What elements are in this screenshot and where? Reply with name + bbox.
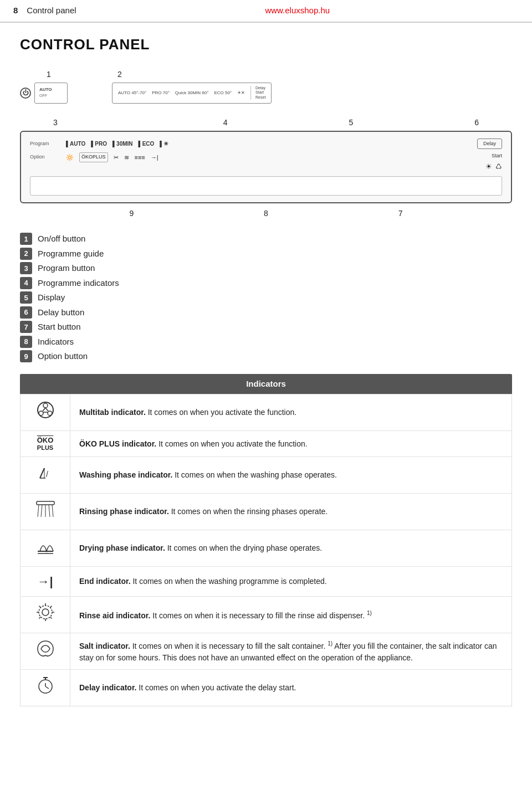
washing-icon: / xyxy=(35,463,55,483)
item-badge-8: 8 xyxy=(20,336,32,348)
end-icon: →| xyxy=(37,575,53,588)
svg-line-27 xyxy=(50,606,52,608)
svg-point-3 xyxy=(48,411,52,416)
table-row: Salt indicator. It comes on when it is n… xyxy=(21,633,512,670)
svg-line-26 xyxy=(50,617,52,619)
diagram-label-2: 2 xyxy=(112,69,272,80)
top-label-5: 5 xyxy=(349,117,353,129)
small-panel-right: AUTO 45°-70° PRO 70° Quick 30MIN 60° ECO… xyxy=(112,83,272,104)
item-label-6: Delay button xyxy=(38,306,84,319)
drying-icon-cell xyxy=(21,530,70,567)
multitab-text: Multitab indicator. It comes on when you… xyxy=(70,394,512,431)
inner-indicator-box xyxy=(30,176,502,196)
item-badge-2: 2 xyxy=(20,248,32,260)
table-row: Rinsing phase indicator. It comes on whe… xyxy=(21,494,512,530)
item-badge-9: 9 xyxy=(20,350,32,362)
washing-text: Washing phase indicator. It comes on whe… xyxy=(70,457,512,494)
item-badge-1: 1 xyxy=(20,233,32,245)
svg-line-5 xyxy=(45,408,48,411)
delay-icon-cell xyxy=(21,670,70,706)
page-number: 8 xyxy=(13,4,18,17)
salt-icon xyxy=(35,639,55,659)
website-url: www.eluxshop.hu xyxy=(76,4,519,17)
item-label-3: Program button xyxy=(38,262,95,275)
delay-text: Delay indicator. It comes on when you ac… xyxy=(70,670,512,706)
top-label-6: 6 xyxy=(474,117,479,129)
rinseaid-icon-cell xyxy=(21,597,70,633)
section-title: CONTROL PANEL xyxy=(20,34,512,55)
rinsing-icon-cell xyxy=(21,494,70,530)
item-badge-4: 4 xyxy=(20,277,32,289)
multitab-icon-cell xyxy=(21,394,70,431)
salt-text: Salt indicator. It comes on when it is n… xyxy=(70,633,512,670)
sun-icon: ☀ xyxy=(485,161,492,172)
item-label-8: Indicators xyxy=(38,336,74,348)
svg-line-4 xyxy=(43,408,45,411)
table-row: ÖKO PLUS ÖKO PLUS indicator. It comes on… xyxy=(21,431,512,457)
oko-text: ÖKO PLUS indicator. It comes on when you… xyxy=(70,431,512,457)
list-item: 9 Option button xyxy=(20,350,512,363)
power-icon: ⏻ xyxy=(20,88,31,99)
list-item: 5 Display xyxy=(20,291,512,304)
item-label-9: Option button xyxy=(38,350,88,363)
page-header: 8 Control panel www.eluxshop.hu xyxy=(0,0,532,23)
top-label-3: 3 xyxy=(53,117,58,129)
small-panel-left: AUTO OFF xyxy=(34,83,68,104)
item-label-7: Start button xyxy=(38,321,81,334)
main-content: CONTROL PANEL 1 ⏻ AUTO OFF 2 xyxy=(0,23,532,718)
rinseaid-icon xyxy=(35,602,55,622)
bottom-label-9: 9 xyxy=(129,208,134,219)
large-panel-container: 3 4 5 6 Program ▌AUTO ▌PRO ▌30MIN ▌ECO ▌… xyxy=(20,117,512,222)
diagram-area: 1 ⏻ AUTO OFF 2 AUTO 45°-70° PRO 70° xyxy=(20,69,512,222)
svg-line-28 xyxy=(39,617,40,619)
bottom-label-7: 7 xyxy=(398,208,403,219)
svg-line-31 xyxy=(45,686,49,689)
table-row: Rinse aid indicator. It comes on when it… xyxy=(21,597,512,633)
option-label: Option xyxy=(30,152,60,161)
table-row: Drying phase indicator. It comes on when… xyxy=(21,530,512,567)
oko-icon-cell: ÖKO PLUS xyxy=(21,431,70,457)
top-label-4: 4 xyxy=(223,117,228,129)
svg-text:/: / xyxy=(46,470,48,479)
item-badge-7: 7 xyxy=(20,321,32,333)
program-label: Program xyxy=(30,140,60,148)
svg-line-13 xyxy=(41,505,42,517)
list-item: 2 Programme guide xyxy=(20,248,512,260)
eco-icon: 🔆 xyxy=(66,153,74,162)
item-label-2: Programme guide xyxy=(38,248,104,260)
svg-point-20 xyxy=(42,609,49,616)
svg-line-16 xyxy=(52,505,53,517)
svg-line-25 xyxy=(39,606,40,608)
recycle-icon: ♺ xyxy=(495,161,502,172)
list-item: 6 Delay button xyxy=(20,306,512,319)
item-label-5: Display xyxy=(38,291,65,304)
item-badge-5: 5 xyxy=(20,291,32,304)
list-item: 3 Program button xyxy=(20,262,512,275)
diagram-label-1: 1 xyxy=(20,69,68,80)
item-badge-6: 6 xyxy=(20,306,32,319)
delay-icon xyxy=(35,675,55,695)
indicators-section: Indicators Multitab indicator. xyxy=(20,374,512,707)
large-panel: Program ▌AUTO ▌PRO ▌30MIN ▌ECO ▌☀ Delay … xyxy=(20,131,512,204)
end-text: End indicator. It comes on when the wash… xyxy=(70,567,512,597)
svg-line-7 xyxy=(40,468,44,478)
start-label: Start xyxy=(485,152,502,160)
svg-point-19 xyxy=(39,606,52,619)
svg-line-15 xyxy=(49,505,50,517)
rinseaid-text: Rinse aid indicator. It comes on when it… xyxy=(70,597,512,633)
svg-rect-11 xyxy=(37,501,54,505)
item-list: 1 On/off button 2 Programme guide 3 Prog… xyxy=(20,233,512,363)
table-row: Multitab indicator. It comes on when you… xyxy=(21,394,512,431)
rinsing-icon xyxy=(34,499,57,519)
item-badge-3: 3 xyxy=(20,262,32,274)
svg-point-1 xyxy=(43,403,48,408)
list-item: 4 Programme indicators xyxy=(20,277,512,290)
washing-icon-cell: / xyxy=(21,457,70,494)
item-label-4: Programme indicators xyxy=(38,277,119,290)
rinsing-text: Rinsing phase indicator. It comes on whe… xyxy=(70,494,512,530)
svg-line-12 xyxy=(38,505,39,517)
indicators-table: Multitab indicator. It comes on when you… xyxy=(20,394,512,706)
list-item: 8 Indicators xyxy=(20,336,512,348)
table-row: →| End indicator. It comes on when the w… xyxy=(21,567,512,597)
header-title: Control panel xyxy=(27,4,76,17)
